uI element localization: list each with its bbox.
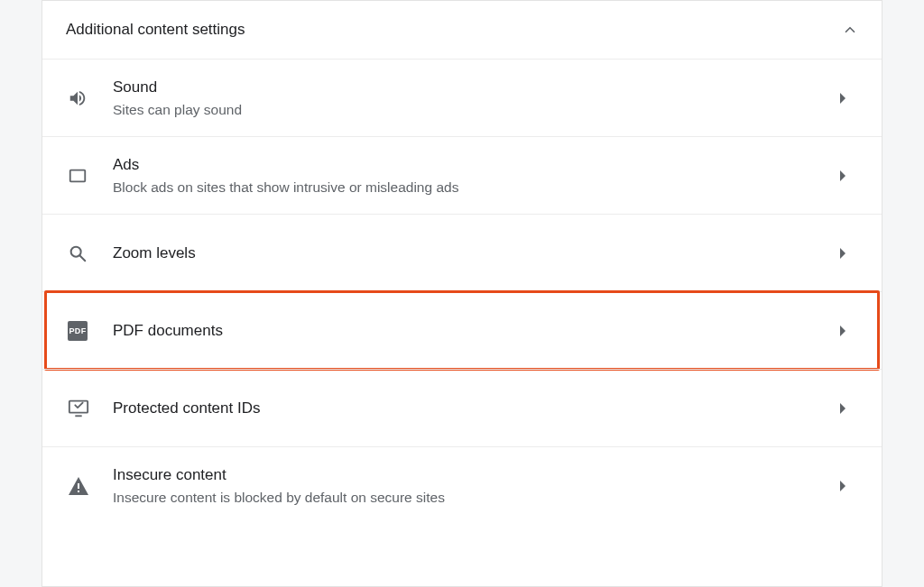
chevron-right-icon bbox=[838, 326, 856, 336]
row-pdf-title: PDF documents bbox=[113, 322, 838, 340]
row-zoom-title: Zoom levels bbox=[113, 244, 838, 262]
section-header-additional-content[interactable]: Additional content settings bbox=[42, 1, 882, 59]
row-ads-subtitle: Block ads on sites that show intrusive o… bbox=[113, 179, 838, 196]
chevron-up-icon bbox=[842, 22, 858, 38]
protected-content-icon bbox=[68, 399, 113, 418]
row-protected-title: Protected content IDs bbox=[113, 399, 838, 417]
row-ads-title: Ads bbox=[113, 156, 838, 174]
svg-point-1 bbox=[71, 246, 81, 256]
row-protected-content-ids[interactable]: Protected content IDs bbox=[42, 369, 882, 446]
row-sound-title: Sound bbox=[113, 78, 838, 96]
chevron-right-icon bbox=[838, 170, 856, 181]
row-zoom-levels[interactable]: Zoom levels bbox=[42, 214, 882, 291]
chevron-right-icon bbox=[838, 403, 856, 414]
svg-rect-6 bbox=[78, 491, 79, 492]
chevron-right-icon bbox=[838, 481, 856, 491]
row-sound[interactable]: Sound Sites can play sound bbox=[42, 59, 882, 136]
search-icon bbox=[68, 243, 113, 263]
ads-icon bbox=[68, 166, 113, 186]
row-insecure-content[interactable]: Insecure content Insecure content is blo… bbox=[42, 446, 882, 524]
pdf-icon: PDF bbox=[68, 321, 113, 341]
row-pdf-documents[interactable]: PDF PDF documents bbox=[42, 291, 882, 369]
warning-icon bbox=[68, 476, 113, 496]
chevron-right-icon bbox=[838, 93, 856, 104]
svg-line-2 bbox=[80, 255, 86, 261]
section-title: Additional content settings bbox=[66, 21, 245, 39]
svg-rect-0 bbox=[70, 170, 86, 181]
row-insecure-title: Insecure content bbox=[113, 466, 838, 484]
svg-rect-5 bbox=[78, 483, 79, 489]
row-insecure-subtitle: Insecure content is blocked by default o… bbox=[113, 490, 838, 506]
chevron-right-icon bbox=[838, 248, 856, 259]
settings-panel: Additional content settings Sound Sites … bbox=[42, 0, 882, 587]
row-ads[interactable]: Ads Block ads on sites that show intrusi… bbox=[42, 136, 882, 214]
row-sound-subtitle: Sites can play sound bbox=[113, 102, 838, 118]
sound-icon bbox=[68, 88, 113, 108]
